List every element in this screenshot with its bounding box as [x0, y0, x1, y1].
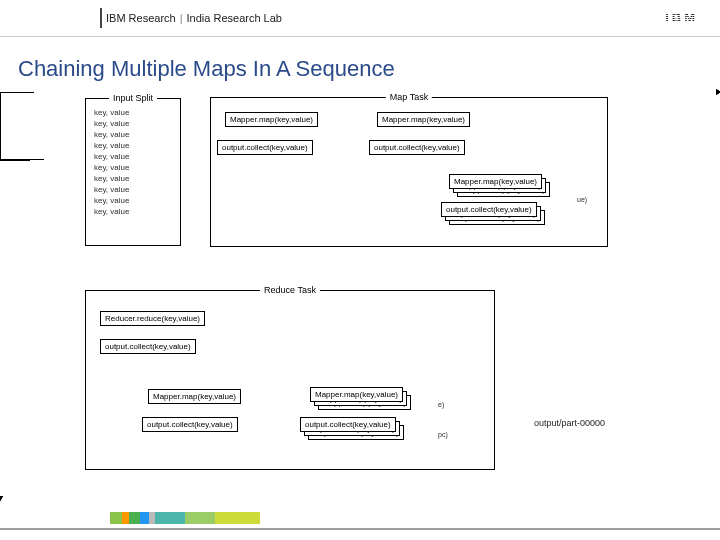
reduce-task-edge-pc: pc) [438, 431, 448, 438]
reduce-task-stack-a-map: Mapper.map(key,value) [310, 387, 403, 402]
header-lab: India Research Lab [187, 12, 282, 24]
input-split-rows: key, valuekey, valuekey, valuekey, value… [94, 107, 129, 217]
reduce-task-mapper1-collect: output.collect(key,value) [142, 417, 238, 432]
map-task-mapper1-collect: output.collect(key,value) [217, 140, 313, 155]
arrow-reduce-to-output [0, 160, 30, 161]
diagram: Input Split key, valuekey, valuekey, val… [0, 92, 720, 500]
slide-title: Chaining Multiple Maps In A Sequence [18, 56, 395, 82]
map-task-label: Map Task [386, 92, 432, 102]
map-task-stack-edge: ue) [577, 196, 587, 203]
footer-colorbar-icon [110, 512, 260, 524]
header-bar: IBM Research | India Research Lab IBM [0, 0, 720, 36]
reduce-task-reducer-collect: output.collect(key,value) [100, 339, 196, 354]
header-org: IBM Research [106, 12, 176, 24]
map-task-stack-a-collect: output.collect(key,value) [441, 202, 537, 217]
footer-rule [0, 528, 720, 530]
reduce-task-stack-a-collect: output.collect(key,value) [300, 417, 396, 432]
footer [0, 510, 720, 540]
map-task-mapper2-map: Mapper.map(key,value) [377, 112, 470, 127]
header-divider [100, 8, 102, 28]
input-split-box: Input Split key, valuekey, valuekey, val… [85, 98, 181, 246]
reduce-task-reducer-reduce: Reducer.reduce(key,value) [100, 311, 205, 326]
reduce-task-box: Reduce Task Reducer.reduce(key,value) ou… [85, 290, 495, 470]
map-task-mapper2-collect: output.collect(key,value) [369, 140, 465, 155]
reduce-task-label: Reduce Task [260, 285, 320, 295]
ibm-logo: IBM [665, 10, 698, 25]
reduce-task-edge-e: e) [438, 401, 444, 408]
map-task-mapper1-map: Mapper.map(key,value) [225, 112, 318, 127]
reduce-task-mapper1-map: Mapper.map(key,value) [148, 389, 241, 404]
header-separator: | [180, 12, 183, 24]
map-task-stack-a-map: Mapper.map(key,value) [449, 174, 542, 189]
header-underline [0, 36, 720, 37]
map-task-box: Map Task Mapper.map(key,value) output.co… [210, 97, 608, 247]
output-file-label: output/part-00000 [534, 418, 605, 428]
input-split-label: Input Split [109, 93, 157, 103]
